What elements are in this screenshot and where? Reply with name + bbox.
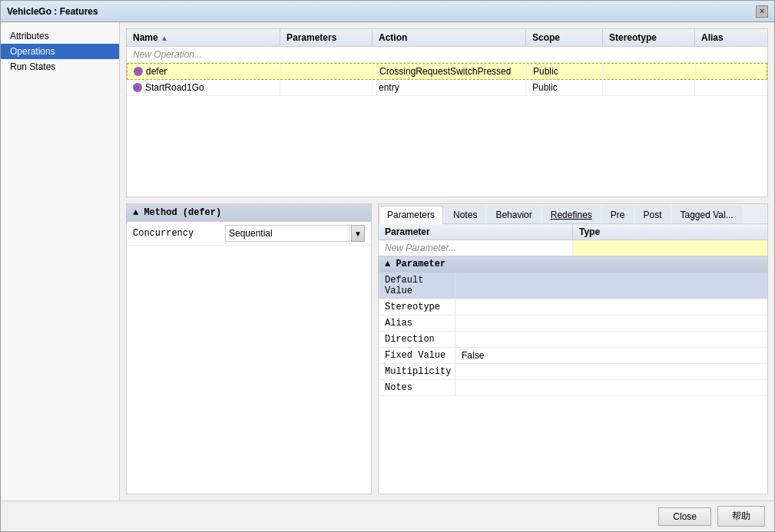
- param-col-type: Type: [573, 224, 767, 240]
- cell-scope: Public: [527, 64, 604, 79]
- sidebar: Attributes Operations Run States: [1, 22, 120, 501]
- param-prop-row[interactable]: Multiplicity: [379, 364, 767, 380]
- sidebar-item-run-states[interactable]: Run States: [1, 59, 119, 74]
- main-content: Attributes Operations Run States Name ▲ …: [1, 22, 774, 501]
- new-operation-row[interactable]: New Operation...: [127, 47, 767, 63]
- cell-action: CrossingRequestSwitchPressed: [373, 64, 527, 79]
- cell-stereotype: [604, 64, 696, 79]
- main-window: VehicleGo : Features ✕ Attributes Operat…: [0, 0, 775, 532]
- operation-icon: [134, 67, 143, 76]
- right-panel: Name ▲ Parameters Action Scope Stereotyp…: [120, 22, 774, 501]
- method-concurrency-input[interactable]: [225, 225, 349, 242]
- tab-pre[interactable]: Pre: [602, 206, 634, 223]
- table-header: Name ▲ Parameters Action Scope Stereotyp…: [127, 29, 767, 47]
- new-parameter-row[interactable]: New Parameter...: [379, 240, 767, 256]
- title-bar: VehicleGo : Features ✕: [1, 1, 774, 22]
- prop-label-multiplicity: Multiplicity: [379, 364, 455, 379]
- table-row[interactable]: StartRoad1Go entry Public: [127, 80, 767, 96]
- col-stereotype: Stereotype: [603, 29, 695, 46]
- close-button[interactable]: Close: [658, 507, 711, 526]
- cell-stereotype: [603, 80, 695, 95]
- method-concurrency-row: Concurrency ▼: [127, 222, 371, 246]
- prop-label-alias: Alias: [379, 316, 455, 331]
- params-table: Parameter Type New Parameter...: [379, 224, 767, 256]
- cell-parameters: [280, 80, 373, 95]
- param-prop-row[interactable]: Alias: [379, 316, 767, 332]
- col-parameters: Parameters: [280, 29, 373, 46]
- params-table-header: Parameter Type: [379, 224, 767, 240]
- prop-label-fixed-value: Fixed Value: [379, 348, 455, 363]
- method-panel: ▲ Method (defer) Concurrency ▼: [126, 203, 372, 494]
- tab-post[interactable]: Post: [635, 206, 671, 223]
- operation-icon: [133, 83, 142, 92]
- method-dropdown-button[interactable]: ▼: [351, 225, 365, 242]
- new-parameter-cell: New Parameter...: [379, 240, 573, 256]
- cell-name: StartRoad1Go: [127, 80, 280, 95]
- tab-behavior[interactable]: Behavior: [487, 206, 540, 223]
- cell-alias: [696, 64, 768, 79]
- operations-table: Name ▲ Parameters Action Scope Stereotyp…: [126, 28, 768, 197]
- parameter-properties: ▲ Parameter Default Value Stereotype: [379, 256, 767, 494]
- method-header: ▲ Method (defer): [127, 204, 371, 222]
- tabs-bar: Parameters Notes Behavior Redefines Pre …: [379, 204, 767, 224]
- prop-value-multiplicity: [455, 364, 767, 379]
- prop-value-stereotype: [455, 299, 767, 315]
- param-prop-row[interactable]: Stereotype: [379, 299, 767, 316]
- col-action: Action: [373, 29, 526, 46]
- window-title: VehicleGo : Features: [7, 6, 756, 17]
- cell-name: defer: [128, 64, 281, 79]
- prop-label-default-value: Default Value: [379, 273, 455, 299]
- footer: Close 帮助: [1, 501, 774, 531]
- prop-label-direction: Direction: [379, 332, 455, 347]
- param-prop-row[interactable]: Notes: [379, 380, 767, 396]
- prop-value-fixed-value: False: [455, 348, 767, 363]
- param-col-parameter: Parameter: [379, 224, 573, 240]
- parameters-panel: Parameters Notes Behavior Redefines Pre …: [378, 203, 768, 494]
- new-parameter-type-cell: [573, 240, 767, 256]
- prop-label-notes: Notes: [379, 380, 455, 395]
- sidebar-item-operations[interactable]: Operations: [1, 44, 119, 59]
- param-prop-row[interactable]: Default Value: [379, 273, 767, 299]
- table-row[interactable]: defer CrossingRequestSwitchPressed Publi…: [127, 63, 767, 80]
- method-value-container: ▼: [225, 225, 365, 242]
- param-prop-row[interactable]: Fixed Value False: [379, 348, 767, 364]
- prop-value-direction: [455, 332, 767, 347]
- param-prop-row[interactable]: Direction: [379, 332, 767, 348]
- prop-value-default-value: [455, 273, 767, 299]
- prop-label-stereotype: Stereotype: [379, 299, 455, 315]
- tab-redefines[interactable]: Redefines: [542, 206, 601, 223]
- col-scope: Scope: [526, 29, 603, 46]
- tab-notes[interactable]: Notes: [445, 206, 485, 223]
- param-props-header: ▲ Parameter: [379, 256, 767, 273]
- cell-scope: Public: [526, 80, 603, 95]
- cell-action: entry: [373, 80, 526, 95]
- prop-value-alias: [455, 316, 767, 331]
- col-alias: Alias: [695, 29, 768, 46]
- tab-parameters[interactable]: Parameters: [379, 206, 443, 224]
- tab-tagged-val[interactable]: Tagged Val...: [672, 206, 742, 223]
- prop-value-notes: [455, 380, 767, 395]
- sidebar-item-attributes[interactable]: Attributes: [1, 28, 119, 44]
- cell-alias: [695, 80, 768, 95]
- method-concurrency-label: Concurrency: [133, 228, 225, 239]
- bottom-area: ▲ Method (defer) Concurrency ▼: [126, 203, 768, 494]
- close-window-button[interactable]: ✕: [756, 5, 768, 18]
- help-button[interactable]: 帮助: [717, 506, 765, 527]
- col-name: Name ▲: [127, 29, 280, 46]
- cell-parameters: [281, 64, 373, 79]
